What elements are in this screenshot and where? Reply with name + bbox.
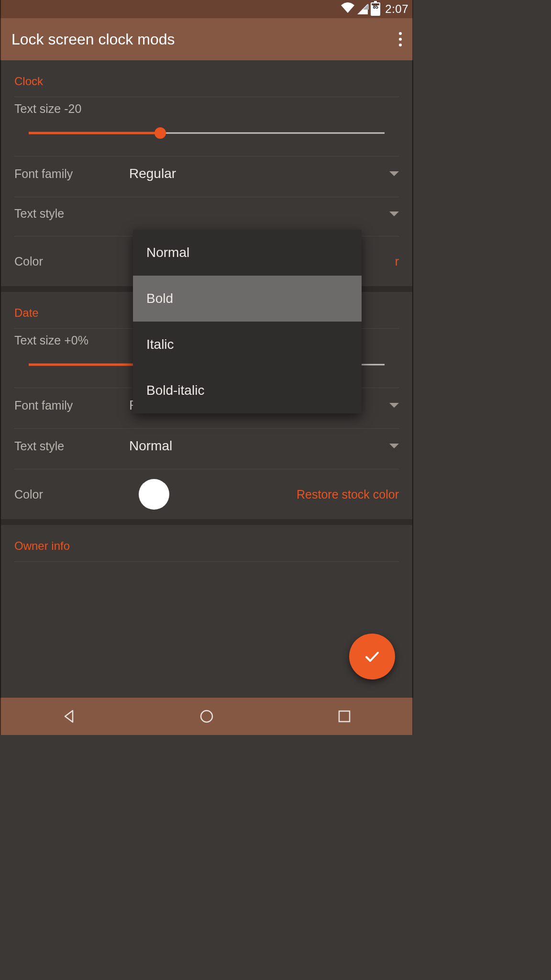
- clock-text-size-slider[interactable]: [29, 125, 385, 141]
- wifi-icon: [341, 2, 354, 16]
- date-color-swatch[interactable]: [139, 479, 169, 510]
- text-style-dropdown: Normal Bold Italic Bold-italic: [133, 230, 362, 413]
- status-time: 2:07: [385, 2, 408, 16]
- navigation-bar: [0, 698, 413, 735]
- dropdown-option-normal[interactable]: Normal: [133, 230, 362, 276]
- section-header-clock: Clock: [1, 65, 412, 91]
- date-color-label: Color: [14, 488, 129, 501]
- clock-text-style-label: Text style: [14, 207, 129, 221]
- date-text-style-value: Normal: [129, 438, 389, 454]
- nav-back-button[interactable]: [59, 707, 78, 726]
- date-font-family-label: Font family: [14, 399, 129, 412]
- battery-icon: 85: [371, 2, 380, 16]
- app-bar: Lock screen clock mods: [0, 18, 413, 60]
- clock-text-style-row[interactable]: Text style: [1, 197, 412, 230]
- status-bar: 85 2:07: [0, 0, 413, 18]
- nav-home-button[interactable]: [197, 707, 216, 726]
- chevron-down-icon: [389, 444, 399, 448]
- date-text-style-label: Text style: [14, 439, 129, 453]
- battery-level: 85: [372, 4, 379, 10]
- dropdown-option-bold[interactable]: Bold: [133, 276, 362, 322]
- chevron-down-icon: [389, 212, 399, 216]
- clock-font-family-label: Font family: [14, 167, 129, 181]
- page-title: Lock screen clock mods: [11, 31, 175, 48]
- overflow-menu-button[interactable]: [396, 29, 402, 49]
- clock-restore-color-button[interactable]: r: [395, 255, 399, 268]
- check-icon: [362, 646, 383, 667]
- clock-font-family-row[interactable]: Font family Regular: [1, 156, 412, 191]
- date-text-style-row[interactable]: Text style Normal: [1, 429, 412, 463]
- dropdown-option-italic[interactable]: Italic: [133, 322, 362, 368]
- svg-point-0: [201, 711, 212, 722]
- date-restore-color-button[interactable]: Restore stock color: [297, 488, 399, 501]
- apply-fab[interactable]: [349, 634, 395, 679]
- clock-text-size-row: Text size -20: [1, 97, 412, 150]
- cell-signal-icon: [357, 4, 368, 14]
- dropdown-option-bold-italic[interactable]: Bold-italic: [133, 368, 362, 413]
- date-color-row: Color Restore stock color: [1, 469, 412, 519]
- clock-text-size-label: Text size -20: [14, 102, 399, 116]
- nav-recents-button[interactable]: [335, 707, 354, 726]
- clock-font-family-value: Regular: [129, 166, 389, 181]
- clock-color-label: Color: [14, 255, 129, 268]
- svg-rect-1: [339, 711, 350, 722]
- chevron-down-icon: [389, 403, 399, 408]
- section-owner-info: Owner info: [1, 525, 412, 590]
- chevron-down-icon: [389, 171, 399, 176]
- section-header-owner-info: Owner info: [1, 530, 412, 556]
